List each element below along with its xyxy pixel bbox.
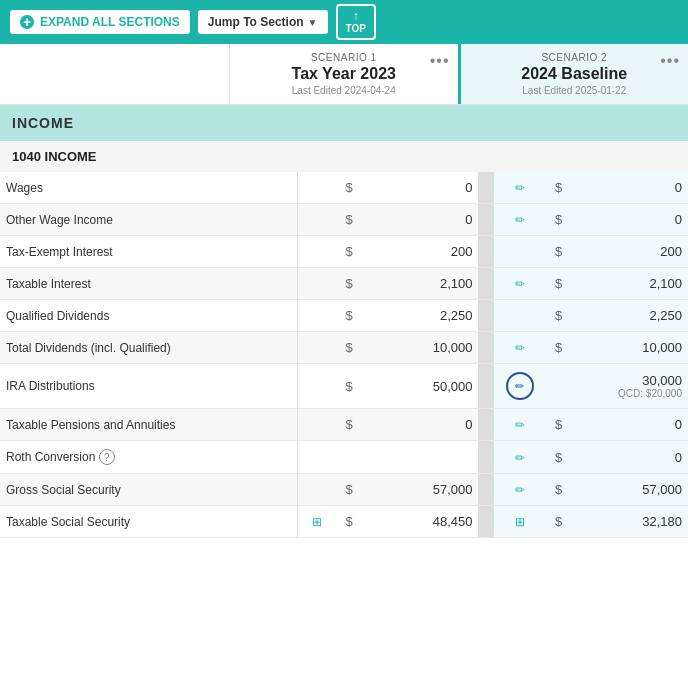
ira-edit-icon[interactable]: ✏ <box>506 372 534 400</box>
s2-value: 32,180 <box>642 514 682 529</box>
s2-value-cell: 10,000 <box>572 332 688 364</box>
table-row: IRA Distributions $ 50,000 ✏ 30,000QCD: … <box>0 364 688 409</box>
chevron-down-icon: ▼ <box>308 17 318 28</box>
column-divider <box>478 409 494 441</box>
label-cell: Gross Social Security <box>0 474 297 506</box>
edit-icon[interactable]: ✏ <box>515 418 525 432</box>
s1-dollar-cell: $ <box>336 409 362 441</box>
label-column-header <box>0 44 230 104</box>
s2-dollar-cell: $ <box>546 506 572 538</box>
label-cell: Taxable Pensions and Annuities <box>0 409 297 441</box>
s2-dollar-cell: $ <box>546 268 572 300</box>
table-row: Taxable Social Security ⊞ $ 48,450 ⊞ $ 3… <box>0 506 688 538</box>
top-button[interactable]: ↑ TOP <box>336 4 376 40</box>
scenario1-title: Tax Year 2023 <box>242 65 446 83</box>
s1-value-cell: 57,000 <box>362 474 478 506</box>
scenario2-more-button[interactable]: ••• <box>660 52 680 70</box>
s1-value-cell <box>362 441 478 474</box>
s1-dollar-cell: $ <box>336 506 362 538</box>
column-divider <box>478 364 494 409</box>
edit-icon[interactable]: ✏ <box>515 451 525 465</box>
s1-value-cell: 0 <box>362 204 478 236</box>
s2-value: 30,000 <box>642 373 682 388</box>
s2-value: 10,000 <box>642 340 682 355</box>
scenario1-header: ••• SCENARIO 1 Tax Year 2023 Last Edited… <box>230 44 458 104</box>
scenario2-header: ••• SCENARIO 2 2024 Baseline Last Edited… <box>458 44 689 104</box>
row-label: IRA Distributions <box>6 379 95 393</box>
expand-all-button[interactable]: + EXPAND ALL SECTIONS <box>10 10 190 34</box>
s2-icon-cell <box>494 300 546 332</box>
s1-icon-cell: ⊞ <box>297 506 336 538</box>
label-cell: Tax-Exempt Interest <box>0 236 297 268</box>
s1-dollar-cell: $ <box>336 172 362 204</box>
row-label: Total Dividends (incl. Qualified) <box>6 341 171 355</box>
s2-value-cell: 2,250 <box>572 300 688 332</box>
jump-section-label: Jump To Section <box>208 15 304 29</box>
income-section-header: INCOME <box>0 105 688 141</box>
s1-icon-cell <box>297 300 336 332</box>
s2-icon-cell: ✏ <box>494 474 546 506</box>
edit-icon[interactable]: ✏ <box>515 181 525 195</box>
s1-value-cell: 2,100 <box>362 268 478 300</box>
table-row: Qualified Dividends $ 2,250 $ 2,250 <box>0 300 688 332</box>
help-icon[interactable]: ? <box>99 449 115 465</box>
row-label: Taxable Interest <box>6 277 91 291</box>
scenario2-label: SCENARIO 2 <box>473 52 677 63</box>
calculator-icon: ⊞ <box>312 515 322 529</box>
arrow-up-icon: ↑ <box>353 9 359 23</box>
s2-icon-cell: ✏ <box>494 268 546 300</box>
s2-dollar-cell: $ <box>546 409 572 441</box>
plus-icon: + <box>20 15 34 29</box>
s2-value: 0 <box>675 417 682 432</box>
label-cell: Other Wage Income <box>0 204 297 236</box>
s2-icon-cell: ✏ <box>494 204 546 236</box>
s2-value-cell: 200 <box>572 236 688 268</box>
s1-icon-cell <box>297 474 336 506</box>
row-label: Wages <box>6 181 43 195</box>
label-cell: Taxable Interest <box>0 268 297 300</box>
s2-dollar-cell: $ <box>546 474 572 506</box>
s2-value: 2,250 <box>649 308 682 323</box>
scenario1-label: SCENARIO 1 <box>242 52 446 63</box>
s2-value-cell: 0 <box>572 409 688 441</box>
s2-value: 57,000 <box>642 482 682 497</box>
s2-value-cell: 2,100 <box>572 268 688 300</box>
label-cell: Wages <box>0 172 297 204</box>
s1-icon-cell <box>297 409 336 441</box>
row-label: Taxable Pensions and Annuities <box>6 418 175 432</box>
s2-value: 0 <box>675 450 682 465</box>
top-label: TOP <box>346 23 366 35</box>
table-row: Gross Social Security $ 57,000 ✏ $ 57,00… <box>0 474 688 506</box>
s2-value: 200 <box>660 244 682 259</box>
s1-icon-cell <box>297 268 336 300</box>
row-label: Gross Social Security <box>6 483 121 497</box>
header-bar: + EXPAND ALL SECTIONS Jump To Section ▼ … <box>0 0 688 44</box>
edit-icon[interactable]: ✏ <box>515 277 525 291</box>
edit-icon[interactable]: ✏ <box>515 483 525 497</box>
scenario1-more-button[interactable]: ••• <box>430 52 450 70</box>
table-row: Wages $ 0 ✏ $ 0 <box>0 172 688 204</box>
column-divider <box>478 268 494 300</box>
label-cell: Qualified Dividends <box>0 300 297 332</box>
scenario2-edited: Last Edited 2025-01-22 <box>473 85 677 96</box>
edit-icon[interactable]: ✏ <box>515 341 525 355</box>
s1-dollar-cell: $ <box>336 364 362 409</box>
edit-icon[interactable]: ✏ <box>515 213 525 227</box>
scenario1-edited: Last Edited 2024-04-24 <box>242 85 446 96</box>
column-divider <box>478 204 494 236</box>
1040-income-subsection-header: 1040 INCOME <box>0 141 688 172</box>
table-row: Tax-Exempt Interest $ 200 $ 200 <box>0 236 688 268</box>
label-cell: Taxable Social Security <box>0 506 297 538</box>
s1-dollar-cell: $ <box>336 300 362 332</box>
s1-dollar-cell: $ <box>336 204 362 236</box>
table-row: Other Wage Income $ 0 ✏ $ 0 <box>0 204 688 236</box>
s1-value-cell: 200 <box>362 236 478 268</box>
s1-icon-cell <box>297 364 336 409</box>
income-table: Wages $ 0 ✏ $ 0 Other Wage Income $ 0 ✏ … <box>0 172 688 538</box>
s2-value-cell: 30,000QCD: $20,000 <box>572 364 688 409</box>
s1-dollar-cell: $ <box>336 474 362 506</box>
s1-dollar-cell <box>336 441 362 474</box>
jump-to-section-button[interactable]: Jump To Section ▼ <box>198 10 328 34</box>
s2-icon-cell <box>494 236 546 268</box>
s2-dollar-cell: $ <box>546 172 572 204</box>
